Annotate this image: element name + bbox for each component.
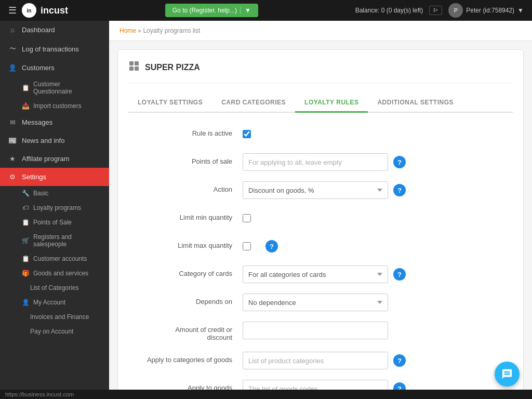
limit-min-checkbox[interactable]	[243, 214, 251, 222]
sidebar-item-list-categories[interactable]: List of Categories	[22, 281, 109, 295]
limit-min-checkbox-wrap	[243, 209, 260, 227]
apply-goods-input[interactable]	[243, 380, 388, 390]
chat-button[interactable]	[495, 362, 520, 387]
svg-rect-1	[135, 61, 139, 65]
tab-card-categories[interactable]: CARD CATEGORIES	[212, 94, 295, 113]
sidebar-label-registers: Registers and salespeople	[33, 233, 101, 248]
logo-icon: in	[22, 3, 36, 18]
sidebar-item-messages[interactable]: ✉ Messages	[0, 113, 109, 131]
apply-categories-label: Apply to categories of goods	[128, 352, 243, 364]
logo-text: incust	[41, 5, 68, 16]
user-button[interactable]: P Peter (id:758942) ▼	[448, 3, 524, 18]
hamburger-button[interactable]: ☰	[8, 5, 17, 16]
sidebar-item-dashboard[interactable]: ⌂ Dashboard	[0, 21, 109, 39]
import-icon: 📥	[22, 102, 29, 110]
sidebar-label-loyalty: Loyalty programs	[33, 204, 81, 211]
apply-goods-help[interactable]: ?	[393, 382, 406, 390]
sidebar-label-dashboard: Dashboard	[22, 26, 55, 34]
limit-max-help[interactable]: ?	[265, 240, 278, 252]
user-chevron: ▼	[517, 7, 524, 14]
sidebar-item-registers[interactable]: 🛒 Registers and salespeople	[22, 230, 109, 251]
limit-max-checkbox-wrap	[243, 237, 260, 255]
sidebar-label-customers: Customers	[22, 64, 55, 72]
apply-categories-help[interactable]: ?	[393, 354, 406, 367]
sidebar-item-customers[interactable]: 👤 Customers	[0, 59, 109, 77]
amount-input[interactable]	[243, 322, 388, 339]
limit-max-control: ?	[243, 237, 513, 255]
sidebar-item-customer-accounts[interactable]: 📋 Customer accounts	[22, 251, 109, 266]
sidebar-item-invoices[interactable]: Invoices and Finance	[22, 310, 109, 324]
action-control: Discount on goods, % Bonus points Fixed …	[243, 181, 513, 199]
flag-button[interactable]: 🏳	[429, 6, 442, 15]
svg-rect-2	[129, 66, 134, 71]
rule-active-control	[243, 125, 513, 143]
amount-control	[243, 322, 513, 339]
logo: in incust	[22, 3, 68, 18]
rule-active-checkbox[interactable]	[243, 130, 251, 138]
loyalty-icon: 🏷	[22, 204, 29, 211]
limit-max-row: Limit max quantity ?	[128, 237, 513, 255]
sidebar-label-pay: Pay on Account	[30, 328, 73, 335]
amount-label: Amount of credit or discount	[128, 322, 243, 341]
sidebar-item-log-transactions[interactable]: 〜 Log of transactions	[0, 39, 109, 59]
sidebar-item-my-account[interactable]: 👤 My Account	[22, 295, 109, 310]
topbar-center: Go to (Register. help...) ▼	[165, 4, 258, 17]
customers-icon: 👤	[8, 64, 17, 72]
sidebar-item-news[interactable]: 📰 News and info	[0, 131, 109, 150]
category-cards-label: Category of cards	[128, 265, 243, 277]
sidebar-label-questionnaire: Customer Questionnaire	[33, 81, 101, 95]
tab-loyalty-rules[interactable]: LOYALTY RULES	[295, 94, 368, 113]
topbar: ☰ in incust Go to (Register. help...) ▼ …	[0, 0, 532, 21]
points-of-sale-input[interactable]	[243, 153, 388, 171]
sidebar-label-pos: Points of Sale	[33, 219, 72, 226]
status-url: https://business.incust.com	[5, 391, 74, 397]
sidebar-item-settings[interactable]: ⚙ Settings	[0, 168, 109, 186]
affiliate-icon: ★	[8, 155, 17, 163]
category-cards-help[interactable]: ?	[393, 268, 406, 281]
action-help[interactable]: ?	[393, 184, 406, 196]
category-cards-select[interactable]: For all categories of cards VIP Standard	[243, 265, 388, 283]
action-select[interactable]: Discount on goods, % Bonus points Fixed …	[243, 181, 388, 199]
category-cards-control: For all categories of cards VIP Standard…	[243, 265, 513, 283]
sidebar-item-pos[interactable]: 📋 Points of Sale	[22, 215, 109, 230]
basic-icon: 🔧	[22, 190, 29, 197]
points-of-sale-help[interactable]: ?	[393, 156, 406, 168]
messages-icon: ✉	[8, 118, 17, 126]
apply-categories-input[interactable]	[243, 352, 388, 369]
depends-on-label: Depends on	[128, 294, 243, 305]
limit-max-checkbox[interactable]	[243, 242, 251, 250]
cust-accounts-icon: 📋	[22, 255, 29, 262]
limit-min-control	[243, 209, 513, 227]
goods-icon: 🎁	[22, 270, 29, 277]
sidebar-item-basic[interactable]: 🔧 Basic	[22, 186, 109, 201]
tab-loyalty-settings[interactable]: LOYALTY SETTINGS	[128, 94, 212, 113]
sidebar-item-import[interactable]: 📥 Import customers	[22, 99, 109, 113]
user-avatar: P	[448, 3, 463, 18]
category-cards-row: Category of cards For all categories of …	[128, 265, 513, 283]
rule-active-label: Rule is active	[128, 125, 243, 137]
sidebar-item-affiliate[interactable]: ★ Affilate program	[0, 150, 109, 168]
action-row: Action Discount on goods, % Bonus points…	[128, 181, 513, 199]
sidebar-item-loyalty-programs[interactable]: 🏷 Loyalty programs	[22, 201, 109, 215]
balance-label: Balance: 0 (0 day(s) left)	[355, 7, 423, 14]
pos-icon: 📋	[22, 219, 29, 226]
sidebar-label-invoices: Invoices and Finance	[30, 313, 89, 321]
breadcrumb-home[interactable]: Home	[119, 27, 136, 34]
news-icon: 📰	[8, 137, 17, 144]
sidebar-label-goods: Goods and services	[33, 270, 88, 277]
depends-on-select[interactable]: No dependence Total amount Number of vis…	[243, 294, 388, 311]
tab-additional-settings[interactable]: ADDITIONAL SETTINGS	[368, 94, 463, 113]
sidebar-item-goods[interactable]: 🎁 Goods and services	[22, 266, 109, 281]
depends-on-control: No dependence Total amount Number of vis…	[243, 294, 513, 311]
sidebar-item-pay-on-account[interactable]: Pay on Account	[22, 324, 109, 339]
action-label: Action	[128, 181, 243, 193]
log-icon: 〜	[8, 44, 17, 54]
amount-row: Amount of credit or discount	[128, 322, 513, 341]
sidebar-item-questionnaire[interactable]: 📋 Customer Questionnaire	[22, 77, 109, 99]
register-arrow: ▼	[240, 7, 251, 14]
sidebar: ⌂ Dashboard 〜 Log of transactions 👤 Cust…	[0, 21, 109, 390]
apply-goods-control: ?	[243, 380, 513, 390]
register-button[interactable]: Go to (Register. help...) ▼	[165, 4, 258, 17]
sidebar-sub-customers: 📋 Customer Questionnaire 📥 Import custom…	[0, 77, 109, 113]
dashboard-icon: ⌂	[8, 26, 17, 34]
